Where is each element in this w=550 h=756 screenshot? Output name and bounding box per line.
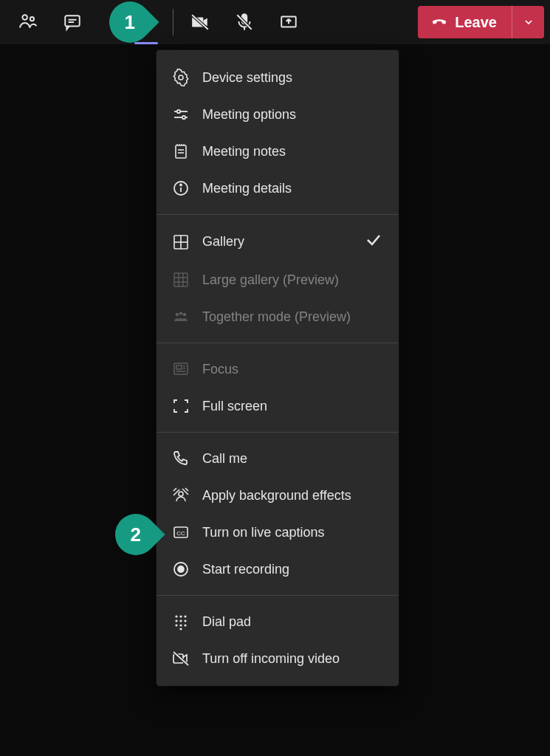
svg-point-54 — [175, 619, 177, 622]
meeting-toolbar: Leave — [0, 0, 550, 44]
menu-item-device-settings[interactable]: Device settings — [157, 59, 399, 96]
menu-label: Dial pad — [202, 614, 251, 630]
cc-icon: CC — [171, 523, 190, 542]
menu-label: Full screen — [202, 399, 267, 414]
menu-label: Meeting details — [202, 181, 292, 196]
leave-button[interactable]: Leave — [418, 6, 512, 38]
gear-icon — [171, 68, 190, 87]
menu-separator — [157, 343, 399, 343]
svg-point-36 — [183, 313, 187, 317]
svg-point-35 — [179, 312, 183, 315]
svg-rect-20 — [176, 145, 186, 158]
menu-separator — [157, 595, 399, 596]
svg-point-59 — [184, 624, 186, 626]
dialpad-icon — [171, 612, 190, 631]
menu-label: Turn off incoming video — [202, 651, 340, 667]
menu-label: Gallery — [202, 234, 244, 250]
record-icon — [171, 560, 190, 579]
menu-label: Large gallery (Preview) — [202, 272, 339, 288]
svg-point-42 — [179, 492, 183, 496]
more-actions-menu: Device settings Meeting options Meeting … — [157, 50, 399, 686]
hangup-icon — [431, 13, 447, 32]
menu-separator — [157, 214, 399, 215]
svg-point-51 — [175, 615, 177, 617]
svg-point-57 — [175, 624, 177, 626]
phone-icon — [171, 449, 190, 468]
menu-label: Device settings — [202, 70, 292, 86]
check-icon — [365, 231, 382, 252]
svg-point-50 — [178, 566, 184, 572]
menu-separator — [157, 432, 399, 433]
menu-label: Turn on live captions — [202, 525, 324, 540]
svg-rect-38 — [176, 365, 182, 369]
svg-point-60 — [179, 628, 182, 630]
menu-label: Together mode (Preview) — [202, 309, 351, 325]
people-group-icon — [171, 307, 190, 326]
leave-label: Leave — [455, 14, 497, 31]
svg-rect-2 — [65, 16, 80, 26]
menu-item-full-screen[interactable]: Full screen — [157, 388, 399, 425]
chat-button[interactable] — [50, 0, 94, 44]
menu-item-gallery[interactable]: Gallery — [157, 222, 399, 261]
background-effects-icon — [171, 486, 190, 505]
menu-item-start-recording[interactable]: Start recording — [157, 551, 399, 588]
svg-point-58 — [179, 624, 182, 626]
menu-item-focus: Focus — [157, 351, 399, 388]
mic-button[interactable] — [222, 0, 267, 44]
svg-point-34 — [176, 313, 179, 317]
notes-icon — [171, 142, 190, 161]
camera-button[interactable] — [178, 0, 222, 44]
svg-line-43 — [173, 488, 176, 491]
menu-label: Apply background effects — [202, 488, 351, 504]
svg-rect-29 — [174, 273, 188, 286]
menu-label: Meeting notes — [202, 144, 286, 159]
leave-button-group: Leave — [418, 6, 544, 38]
menu-item-call-me[interactable]: Call me — [157, 440, 399, 477]
svg-point-19 — [182, 116, 185, 119]
svg-point-1 — [30, 17, 34, 21]
menu-label: Call me — [202, 451, 247, 467]
video-off-icon — [171, 649, 190, 668]
menu-label: Focus — [202, 362, 238, 377]
grid-3x3-icon — [171, 270, 190, 289]
svg-point-15 — [179, 75, 183, 80]
share-button[interactable] — [267, 0, 311, 44]
menu-label: Start recording — [202, 562, 289, 577]
focus-icon — [171, 360, 190, 379]
fullscreen-icon — [171, 396, 190, 416]
menu-item-dial-pad[interactable]: Dial pad — [157, 603, 399, 640]
menu-item-meeting-notes[interactable]: Meeting notes — [157, 133, 399, 170]
svg-point-53 — [184, 615, 186, 617]
svg-point-52 — [179, 615, 182, 617]
svg-point-0 — [22, 15, 27, 20]
menu-item-meeting-options[interactable]: Meeting options — [157, 96, 399, 133]
svg-line-46 — [185, 488, 188, 491]
menu-item-meeting-details[interactable]: Meeting details — [157, 170, 399, 207]
menu-item-apply-background-effects[interactable]: Apply background effects — [157, 477, 399, 514]
info-icon — [171, 179, 190, 198]
participants-button[interactable] — [6, 0, 50, 44]
toolbar-divider — [173, 9, 173, 35]
svg-text:CC: CC — [176, 530, 185, 537]
grid-2x2-icon — [171, 233, 190, 252]
menu-item-large-gallery: Large gallery (Preview) — [157, 261, 399, 298]
menu-item-live-captions[interactable]: CC Turn on live captions — [157, 514, 399, 551]
svg-point-55 — [179, 619, 182, 622]
svg-point-17 — [177, 110, 180, 113]
svg-point-56 — [184, 619, 186, 622]
menu-item-together-mode: Together mode (Preview) — [157, 298, 399, 335]
menu-label: Meeting options — [202, 107, 296, 123]
sliders-icon — [171, 105, 190, 124]
svg-point-25 — [180, 185, 182, 186]
leave-options-button[interactable] — [512, 6, 544, 38]
menu-item-turn-off-incoming-video[interactable]: Turn off incoming video — [157, 640, 399, 677]
